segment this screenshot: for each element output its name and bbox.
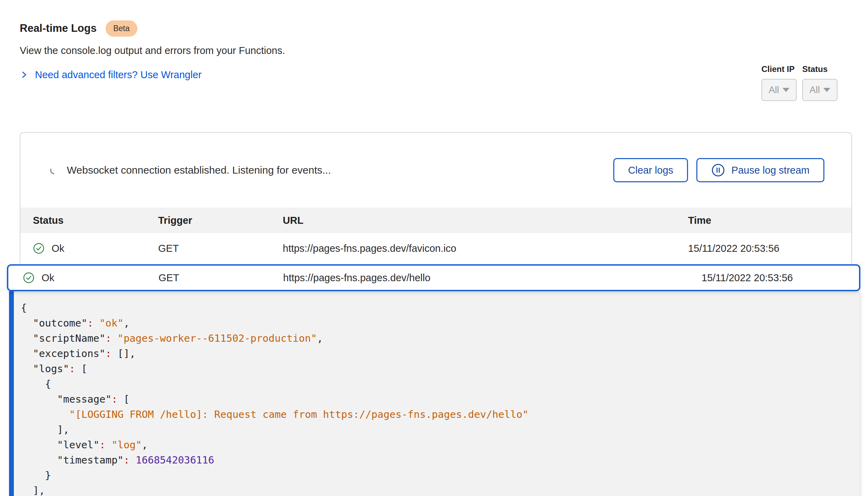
row-url: https://pages-fns.pages.dev/favicon.ico [283, 243, 676, 254]
code-line: ], [21, 483, 859, 496]
json-panel[interactable]: {"outcome": "ok","scriptName": "pages-wo… [9, 291, 859, 496]
table-header: Status Trigger URL Time [20, 208, 851, 233]
column-header-url: URL [283, 215, 676, 226]
row-url: https://pages-fns.pages.dev/hello [283, 272, 689, 284]
code-line: "timestamp": 1668542036116 [21, 452, 859, 468]
json-panel-code: {"outcome": "ok","scriptName": "pages-wo… [21, 300, 859, 496]
filters: Client IP All Status All [761, 64, 838, 101]
code-line: { [21, 300, 859, 315]
row-status: Ok [52, 243, 64, 254]
page-subtitle: View the console.log output and errors f… [20, 45, 852, 57]
code-line: ], [21, 422, 859, 437]
clear-logs-button[interactable]: Clear logs [613, 158, 688, 182]
page-header: Real-time Logs Beta View the console.log… [0, 0, 868, 81]
column-header-trigger: Trigger [158, 215, 283, 226]
code-line: "outcome": "ok", [21, 315, 859, 331]
status-dropdown[interactable]: All [802, 79, 838, 101]
status-filter: Status All [802, 64, 838, 101]
row-time: 15/11/2022 20:53:56 [676, 243, 839, 254]
pause-circle-icon [711, 163, 725, 177]
logs-card: Websocket connection established. Listen… [20, 132, 852, 264]
column-header-status: Status [33, 215, 158, 226]
check-circle-icon [23, 272, 35, 284]
client-ip-dropdown-value: All [769, 85, 779, 95]
websocket-status-text: Websocket connection established. Listen… [67, 164, 331, 176]
code-line: "logs": [ [21, 361, 859, 376]
row-trigger: GET [159, 272, 283, 284]
chevron-right-icon [20, 70, 29, 80]
code-line: "level": "log", [21, 437, 859, 452]
code-line: "message": [ [21, 392, 859, 407]
code-line: } [21, 468, 859, 483]
client-ip-filter: Client IP All [761, 64, 797, 101]
status-dropdown-value: All [810, 85, 820, 95]
client-ip-dropdown[interactable]: All [761, 79, 797, 101]
code-line: "scriptName": "pages-worker--611502-prod… [21, 331, 859, 346]
code-line: { [21, 376, 859, 392]
wrangler-link[interactable]: Need advanced filters? Use Wrangler [20, 68, 201, 81]
expanded-log: Ok GET https://pages-fns.pages.dev/hello… [7, 264, 860, 496]
row-status: Ok [42, 272, 54, 284]
wrangler-link-label: Need advanced filters? Use Wrangler [35, 69, 201, 81]
client-ip-filter-label: Client IP [761, 64, 797, 74]
column-header-time: Time [676, 215, 839, 226]
page-title: Real-time Logs [20, 22, 97, 35]
caret-down-icon [783, 88, 789, 92]
caret-down-icon [823, 88, 830, 92]
spinner-icon [49, 165, 59, 175]
websocket-status: Websocket connection established. Listen… [49, 164, 331, 176]
row-trigger: GET [158, 243, 283, 254]
pause-log-stream-button[interactable]: Pause log stream [696, 158, 824, 182]
beta-badge: Beta [106, 20, 137, 37]
table-row[interactable]: Ok GET https://pages-fns.pages.dev/favic… [20, 233, 851, 264]
status-filter-label: Status [802, 64, 838, 74]
row-time: 15/11/2022 20:53:56 [689, 272, 847, 284]
selected-log-row[interactable]: Ok GET https://pages-fns.pages.dev/hello… [7, 264, 860, 291]
code-line: "exceptions": [], [21, 346, 859, 361]
check-circle-icon [33, 242, 45, 254]
code-line: "[LOGGING FROM /hello]: Request came fro… [21, 407, 859, 422]
